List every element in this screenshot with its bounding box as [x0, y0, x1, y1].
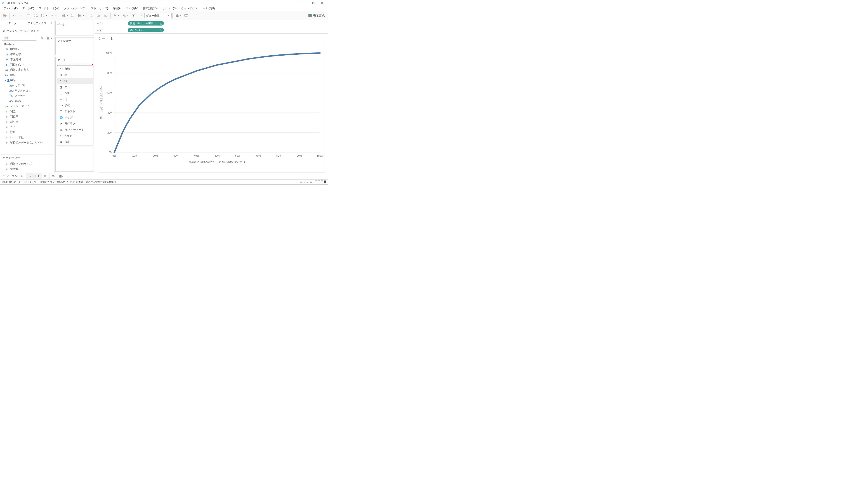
mark-menu-item[interactable]: ◻四角 — [57, 90, 93, 96]
field-item[interactable]: Abcサブカテゴリ — [0, 88, 54, 93]
svg-point-10 — [34, 14, 37, 15]
new-dashboard-tab-button[interactable]: ⊞₊ — [50, 173, 57, 179]
chart-area[interactable]: 0%20%40%60%80%100%0%10%20%30%40%50%60%70… — [98, 42, 325, 173]
mark-menu-item[interactable]: 〜線 — [57, 78, 93, 84]
svg-text:+: + — [64, 15, 66, 18]
presentation-button[interactable] — [183, 12, 190, 19]
svg-rect-24 — [98, 15, 99, 17]
pages-card[interactable]: ページ — [55, 21, 94, 35]
mark-menu-item[interactable]: ≡ガント チャート — [57, 127, 93, 133]
dropdown-icon[interactable]: ▼ — [51, 37, 53, 39]
new-worksheet-tab-button[interactable]: ⿻₊ — [42, 173, 50, 179]
mark-menu-item[interactable]: 🌐マップ — [57, 115, 93, 121]
share-button[interactable] — [192, 12, 199, 19]
status-marks: 1959 個のマーク — [2, 180, 21, 184]
field-item[interactable]: #利益率 — [0, 114, 54, 119]
menu-map[interactable]: マップ(M) — [124, 6, 141, 11]
sheet-tabs-bar: ⊞データ ソース シート 1 ⿻₊ ⊞₊ ◫₊ — [0, 173, 328, 180]
field-item[interactable]: #移行済みデータ (カウント) — [0, 140, 54, 145]
menu-file[interactable]: ファイル(F) — [1, 6, 20, 11]
labels-button[interactable]: T — [130, 12, 137, 19]
mark-menu-item[interactable]: ▮棒 — [57, 72, 93, 78]
menu-worksheet[interactable]: ワークシート(W) — [36, 6, 61, 11]
field-item[interactable]: #利益 — [0, 109, 54, 114]
duplicate-button[interactable] — [69, 12, 76, 19]
tableau-icon[interactable] — [1, 12, 8, 19]
field-item[interactable]: Abcカテゴリ — [0, 83, 54, 88]
mark-menu-item[interactable]: ○円 — [57, 96, 93, 102]
new-story-tab-button[interactable]: ◫₊ — [57, 173, 65, 179]
search-input[interactable] — [2, 36, 36, 41]
tab-sheet1[interactable]: シート 1 — [26, 173, 42, 180]
titlebar: Tableau - ブック3 — ◻ ✕ — [0, 0, 328, 6]
tab-data[interactable]: データ — [0, 20, 25, 27]
columns-icon: ≡ — [97, 22, 98, 25]
sort-asc-button[interactable] — [95, 12, 102, 19]
menu-story[interactable]: ストーリー(T) — [89, 6, 110, 11]
sort-desc-button[interactable] — [102, 12, 110, 19]
parameter-item[interactable]: #得意客 — [0, 166, 54, 172]
field-item[interactable]: 📎メーカー — [0, 93, 54, 98]
sort-icon[interactable]: ◇ — [49, 20, 54, 27]
tab-analytics[interactable]: アナリティクス — [25, 20, 50, 27]
svg-text:90%: 90% — [297, 154, 302, 157]
mark-menu-item[interactable]: ◉密度 — [57, 139, 93, 145]
field-item[interactable]: ▾ 👤製品 — [0, 78, 54, 83]
columns-shelf[interactable]: ≡列 個別のカウント(製品..△ — [95, 20, 328, 27]
mark-menu-item[interactable]: ◔円グラフ — [57, 121, 93, 127]
parameters-heading: パラメーター — [0, 154, 54, 161]
tab-datasource[interactable]: ⊞データ ソース — [0, 173, 26, 180]
field-item[interactable]: #レコード数 — [0, 135, 54, 140]
maximize-button[interactable]: ◻ — [309, 1, 318, 5]
layout-buttons[interactable] — [314, 181, 326, 184]
minimize-button[interactable]: — — [300, 1, 309, 5]
field-item[interactable]: ⊕都道府県 — [0, 52, 54, 57]
show-me-button[interactable]: 表示形式 — [306, 13, 327, 18]
swap-button[interactable] — [88, 12, 95, 19]
datasource-icon: 🗄 — [2, 30, 5, 33]
save-button[interactable] — [25, 12, 32, 19]
filters-card[interactable]: フィルター — [55, 37, 94, 55]
field-item[interactable]: Abc地域 — [0, 72, 54, 78]
field-item[interactable]: ⊕国/領域 — [0, 46, 54, 52]
field-item[interactable]: #割引率 — [0, 119, 54, 125]
mark-menu-item[interactable]: ⬔エリア — [57, 84, 93, 90]
svg-text:0%: 0% — [112, 154, 116, 157]
svg-rect-29 — [176, 15, 177, 17]
menu-dashboard[interactable]: ダッシュボード(B) — [61, 6, 89, 11]
datasource-row[interactable]: 🗄 サンプル - スーパーストア — [0, 27, 54, 35]
delta-icon: △ — [160, 22, 162, 25]
field-item[interactable]: ılı.利益 (ビン) — [0, 62, 54, 67]
field-item[interactable]: Abcメジャー ネーム — [0, 104, 54, 109]
field-item[interactable]: Abc製品名 — [0, 98, 54, 104]
menu-help[interactable]: ヘルプ(H) — [201, 6, 217, 11]
close-button[interactable]: ✕ — [318, 1, 327, 5]
field-item[interactable]: =#利益の高い顧客 — [0, 67, 54, 72]
menu-format[interactable]: 書式設定(O) — [141, 6, 160, 11]
redo-button[interactable]: → — [18, 12, 25, 19]
pin-button[interactable]: ☆ — [137, 12, 145, 19]
svg-point-37 — [196, 16, 197, 17]
field-item[interactable]: #売上 — [0, 125, 54, 130]
nav-buttons[interactable]: ⏮ ◀ ▶ ⏭ — [300, 181, 313, 184]
new-datasource-button[interactable]: + — [32, 12, 39, 19]
field-item[interactable]: ⊕市区町村 — [0, 57, 54, 62]
sheet-title[interactable]: シート 1 — [95, 34, 328, 42]
mark-menu-item[interactable]: ⚬⚬形状 — [57, 102, 93, 108]
field-item[interactable]: #数量 — [0, 130, 54, 135]
mark-menu-item[interactable]: Tテキスト — [57, 108, 93, 115]
fit-selector[interactable]: ビュー全体▼ — [145, 13, 172, 18]
menu-data[interactable]: データ(D) — [20, 6, 36, 11]
parameter-item[interactable]: #利益ビンのサイズ — [0, 161, 54, 166]
columns-pill[interactable]: 個別のカウント(製品..△ — [128, 21, 164, 26]
menu-server[interactable]: サーバー(S) — [160, 6, 179, 11]
view-list-icon[interactable]: ▦ — [46, 37, 49, 40]
undo-button[interactable]: ← — [10, 12, 18, 19]
rows-pill[interactable]: 合計(売上)△ — [128, 28, 164, 32]
menu-window[interactable]: ウィンドウ(N) — [179, 6, 201, 11]
mark-menu-item[interactable]: ⚬⚬自動 — [57, 66, 93, 72]
status-summary: 個別のカウント(製品名) の 合計 の累計合計の % の合計: 98,000.0… — [40, 180, 116, 184]
menu-analysis[interactable]: 分析(A) — [110, 6, 124, 11]
mark-menu-item[interactable]: ⬠多角形 — [57, 133, 93, 139]
rows-shelf[interactable]: ≡行 合計(売上)△ — [95, 27, 328, 34]
